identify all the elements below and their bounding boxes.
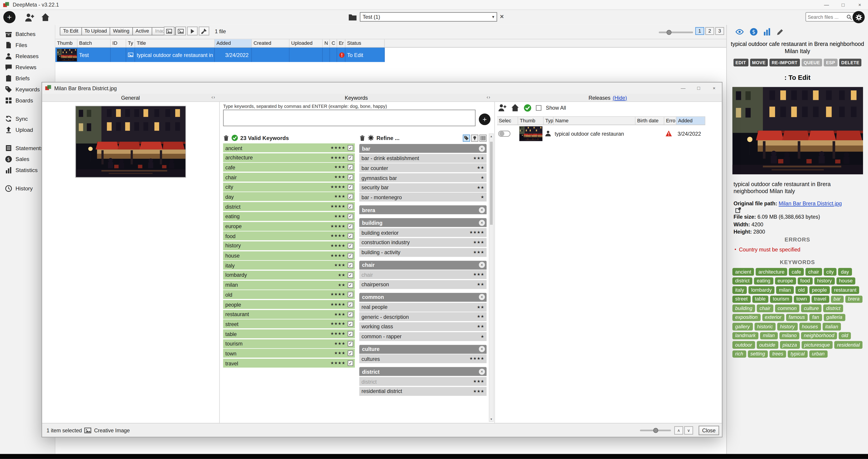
keyword-checkbox[interactable]: ✓	[348, 174, 353, 180]
column-c[interactable]: C	[330, 39, 337, 47]
trash-icon[interactable]	[223, 135, 229, 141]
keyword-row[interactable]: house ★★★★ ✓	[223, 251, 355, 260]
keyword-pill-secondary[interactable]: exterior	[762, 314, 784, 321]
column-added[interactable]: Added	[677, 117, 705, 125]
show-all-checkbox[interactable]	[536, 105, 541, 110]
chart-icon[interactable]	[763, 28, 771, 36]
filter-waiting[interactable]: Waiting	[110, 27, 133, 35]
close-icon[interactable]: ×	[479, 369, 485, 375]
keyword-pill[interactable]: milan	[776, 286, 794, 294]
keyword-row[interactable]: europe ★★★★ ✓	[223, 222, 355, 231]
keyword-pill[interactable]: eating	[754, 277, 773, 284]
zoom-slider[interactable]	[640, 430, 671, 431]
refine-suggest-button[interactable]	[471, 134, 478, 142]
keyword-checkbox[interactable]: ✓	[348, 282, 353, 287]
scroll-up-icon[interactable]: ▲	[489, 134, 493, 138]
keyword-pill[interactable]: lombardy	[748, 286, 774, 294]
close-icon[interactable]: ×	[479, 220, 485, 226]
clear-batch-icon[interactable]: ×	[500, 13, 504, 20]
keyword-pill-secondary[interactable]: brera	[845, 295, 862, 303]
refine-keyword-row[interactable]: district★★★	[359, 377, 487, 386]
refine-keyword-row[interactable]: bar counter★★	[359, 163, 487, 172]
keyword-pill[interactable]: chair	[806, 268, 822, 275]
page-button-1[interactable]: 1	[695, 27, 704, 35]
keyword-pill[interactable]: house	[836, 277, 856, 284]
keyword-pill[interactable]: town	[794, 295, 810, 303]
keyword-pill[interactable]: restaurant	[831, 286, 860, 294]
home-icon[interactable]	[511, 103, 519, 112]
keyword-row[interactable]: people ★★★★ ✓	[223, 300, 355, 309]
column-created[interactable]: Created	[252, 39, 289, 47]
gear-icon[interactable]	[368, 134, 374, 141]
keyword-row[interactable]: food ★★★★ ✓	[223, 232, 355, 240]
column-status[interactable]: Status	[345, 39, 385, 47]
keyword-pill-secondary[interactable]: district	[823, 305, 843, 312]
keyword-pill-secondary[interactable]: fan	[809, 314, 822, 321]
keyword-pill-secondary[interactable]: picturesque	[801, 341, 833, 348]
sidebar-item-files[interactable]: Files	[0, 39, 55, 51]
search-icon[interactable]	[846, 14, 852, 20]
refine-keyword-row[interactable]: chair★★★	[359, 270, 487, 279]
keyword-pill[interactable]: street	[732, 295, 750, 303]
keyword-row[interactable]: cafe ★★★ ✓	[223, 163, 355, 172]
queue-button[interactable]: QUEUE	[801, 59, 822, 66]
keyword-checkbox[interactable]: ✓	[348, 204, 353, 209]
page-button-3[interactable]: 3	[715, 27, 724, 35]
close-icon[interactable]: ×	[479, 262, 485, 268]
close-icon[interactable]: ×	[851, 0, 868, 9]
settings-button[interactable]	[852, 11, 865, 23]
sidebar-item-releases[interactable]: Releases	[0, 51, 55, 61]
column-type[interactable]: Typ	[544, 117, 554, 125]
page-button-2[interactable]: 2	[705, 27, 714, 35]
keyword-checkbox[interactable]: ✓	[348, 360, 353, 366]
keyword-pill-secondary[interactable]: typical	[788, 350, 807, 358]
move-button[interactable]: MOVE	[750, 59, 768, 66]
refine-keyword-row[interactable]: security bar★★	[359, 183, 487, 192]
keyword-row[interactable]: ancient ★★★★ ✓	[223, 143, 355, 152]
keyword-pill-secondary[interactable]: old	[839, 332, 851, 339]
keyword-pill-secondary[interactable]: neighborhood	[801, 332, 837, 339]
keyword-pill-secondary[interactable]: milan	[760, 332, 778, 339]
refine-keyword-row[interactable]: building - activity★★★	[359, 248, 487, 257]
keyword-pill[interactable]: ancient	[732, 268, 754, 275]
column-error[interactable]: Er	[337, 39, 345, 47]
keyword-pill-secondary[interactable]: building	[732, 305, 755, 312]
filter-to-edit[interactable]: To Edit	[60, 27, 82, 35]
keyword-row[interactable]: town ★★★ ✓	[223, 349, 355, 358]
keyword-pill-secondary[interactable]: chair	[757, 305, 773, 312]
keyword-pill[interactable]: city	[824, 268, 837, 275]
keyword-checkbox[interactable]: ✓	[348, 331, 353, 336]
hide-releases-link[interactable]: (Hide)	[613, 94, 627, 100]
esp-button[interactable]: ESP	[824, 59, 837, 66]
slider-knob[interactable]	[666, 30, 672, 35]
reimport-button[interactable]: RE-IMPORT	[769, 59, 800, 66]
keyword-row[interactable]: milan ★★ ✓	[223, 280, 355, 289]
file-preview-image[interactable]	[732, 87, 863, 174]
refine-keyword-row[interactable]: gymnastics bar★	[359, 174, 487, 182]
sidebar-item-batches[interactable]: Batches	[0, 28, 55, 39]
keyword-checkbox[interactable]: ✓	[348, 155, 353, 160]
keyword-row[interactable]: travel ★★★★ ✓	[223, 359, 355, 368]
delete-button[interactable]: DELETE	[839, 59, 862, 66]
close-icon[interactable]: ×	[479, 207, 485, 213]
keyword-pill-secondary[interactable]: bar	[831, 295, 843, 303]
trash-icon[interactable]	[359, 135, 365, 141]
home-icon[interactable]	[41, 13, 50, 22]
keyword-pill[interactable]: day	[838, 268, 852, 275]
column-n[interactable]: N	[323, 39, 330, 47]
keyword-checkbox[interactable]: ✓	[348, 351, 353, 356]
table-row[interactable]: Test typical outdoor cafe restaurant in …	[55, 48, 385, 62]
thumbnail-view-button[interactable]	[164, 27, 175, 35]
keyword-pill-secondary[interactable]: famous	[786, 314, 808, 321]
refine-keyword-row[interactable]: generic - description★★	[359, 312, 487, 321]
dollar-icon[interactable]	[749, 28, 758, 36]
keyword-pill-secondary[interactable]: residential	[834, 341, 863, 348]
column-thumb[interactable]: Thumb	[55, 39, 78, 47]
refine-keyword-row[interactable]: working class★★	[359, 322, 487, 331]
next-item-button[interactable]: ∨	[684, 426, 693, 435]
column-thumb[interactable]: Thumb	[518, 117, 544, 125]
add-person-icon[interactable]	[25, 13, 34, 22]
splitter-icon[interactable]: ‹›	[487, 95, 490, 100]
edit-metadata-button[interactable]	[199, 27, 209, 35]
column-type[interactable]: Ty	[126, 39, 135, 47]
